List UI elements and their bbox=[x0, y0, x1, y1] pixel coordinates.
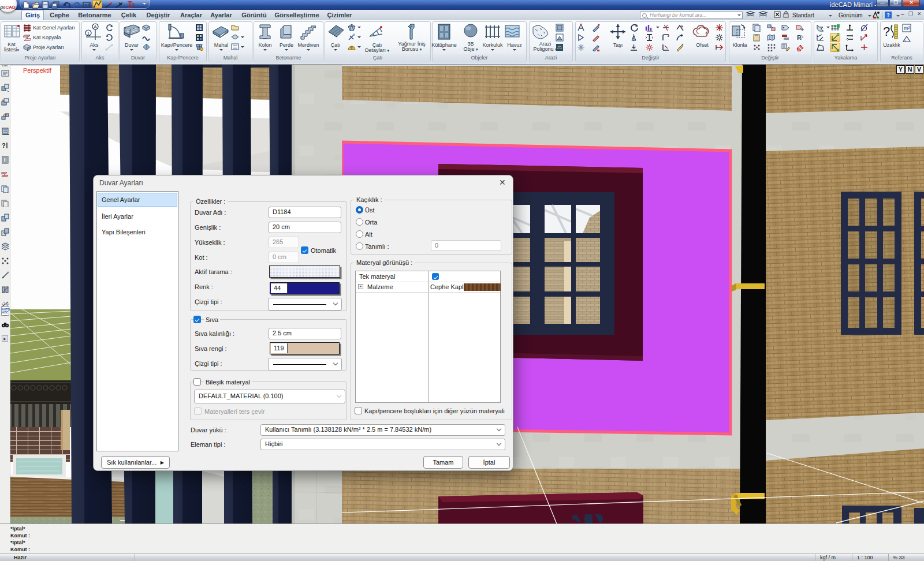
svg-text:?: ? bbox=[883, 24, 890, 39]
svg-text:A: A bbox=[94, 24, 97, 29]
svg-text:1: 1 bbox=[87, 31, 90, 36]
svg-text:m²: m² bbox=[904, 25, 910, 31]
svg-text:?: ? bbox=[2, 142, 6, 149]
svg-text:R: R bbox=[797, 34, 802, 41]
